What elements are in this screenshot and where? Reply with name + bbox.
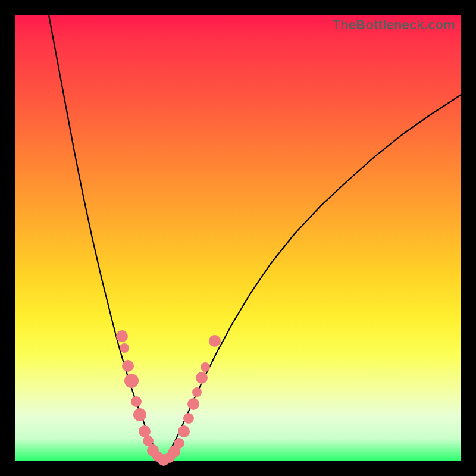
data-dot [131,396,142,407]
data-dot [209,335,221,347]
data-dot [196,372,208,384]
curve-left [48,9,164,460]
data-dot [116,330,128,342]
chart-frame: TheBottleneck.com [15,15,461,461]
data-dot [201,362,210,372]
dots-group [116,330,221,466]
curve-right [164,95,461,460]
data-dot [139,425,151,437]
data-dot [124,374,139,388]
data-dot [174,438,184,449]
bottleneck-plot [15,15,461,461]
data-dot [187,398,199,410]
curve-group [48,9,461,460]
data-dot [133,408,146,421]
data-dot [122,360,134,372]
data-dot [120,343,129,353]
data-dot [183,413,194,424]
data-dot [192,387,202,397]
data-dot [178,425,190,437]
